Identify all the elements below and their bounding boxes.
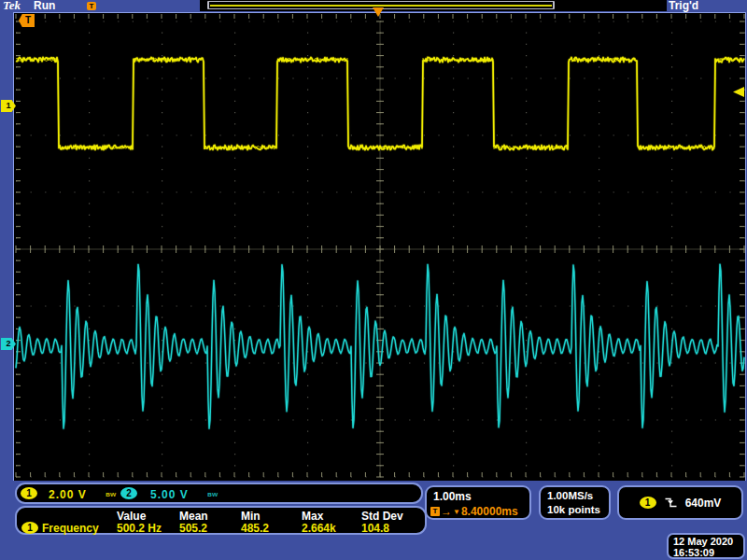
measurement-max: 2.664k (302, 522, 336, 535)
timebase-readout: 1.00ms T→▼8.40000ms (425, 485, 531, 520)
measurement-header-mean: Mean (179, 510, 208, 523)
record-length: 10k points (547, 504, 600, 515)
record-view (200, 0, 667, 11)
trigger-delay-readout: T→▼8.40000ms (430, 505, 518, 518)
ch1-badge: 1 (21, 487, 37, 499)
trigger-level-value: 640mV (685, 497, 722, 510)
ch1-scale: 2.00 V (49, 488, 87, 501)
trigger-delay-value: 8.40000ms (461, 505, 518, 518)
acquisition-status: Run (34, 0, 55, 12)
marker-triangle-icon: ▼ (453, 508, 460, 516)
trigger-position-marker-icon (373, 7, 384, 17)
timebase-scale: 1.00ms (433, 490, 472, 503)
trigger-readout: 1 640mV (617, 485, 743, 520)
measurement-stddev: 104.8 (361, 522, 389, 535)
acquisition-readout: 1.00MS/s 10k points (539, 485, 611, 520)
record-view-waveform-line (210, 5, 552, 7)
measurement-value: 500.2 Hz (117, 522, 162, 535)
measurement-header-value: Value (117, 510, 146, 523)
datetime-box: 12 May 2020 16:53:09 (667, 533, 745, 559)
ch2-scale: 5.00 V (150, 488, 189, 501)
measurement-name: Frequency (42, 522, 99, 535)
trigger-status: Trig'd (669, 0, 698, 12)
channel-readout-bar: 1 2.00 V ʙᴡ 2 5.00 V ʙᴡ (15, 483, 423, 504)
trigger-source-badge: 1 (640, 497, 656, 509)
measurement-header-min: Min (241, 510, 261, 523)
ch2-badge: 2 (120, 487, 137, 499)
waveform-display (13, 12, 746, 481)
measurement-mean: 505.2 (179, 522, 207, 535)
measurement-source-badge: 1 (21, 522, 38, 534)
measurement-header-stddev: Std Dev (361, 510, 403, 523)
measurement-header-max: Max (302, 510, 323, 523)
arrow-icon: → (441, 505, 452, 518)
trigger-t-icon: T (430, 507, 440, 516)
ch1-bandwidth-icon: ʙᴡ (106, 490, 116, 498)
falling-edge-icon (664, 497, 678, 509)
sample-rate: 1.00MS/s (547, 490, 593, 501)
trigger-source-mini-icon: T (87, 2, 96, 10)
time-label: 16:53:09 (673, 547, 714, 558)
measurement-min: 485.2 (241, 522, 269, 535)
date-label: 12 May 2020 (673, 536, 733, 547)
measurement-table: Value Mean Min Max Std Dev 1 Frequency 5… (15, 506, 427, 535)
graticule-and-traces (14, 13, 745, 481)
tek-logo: Tek (3, 0, 21, 13)
ch2-bandwidth-icon: ʙᴡ (207, 490, 218, 498)
